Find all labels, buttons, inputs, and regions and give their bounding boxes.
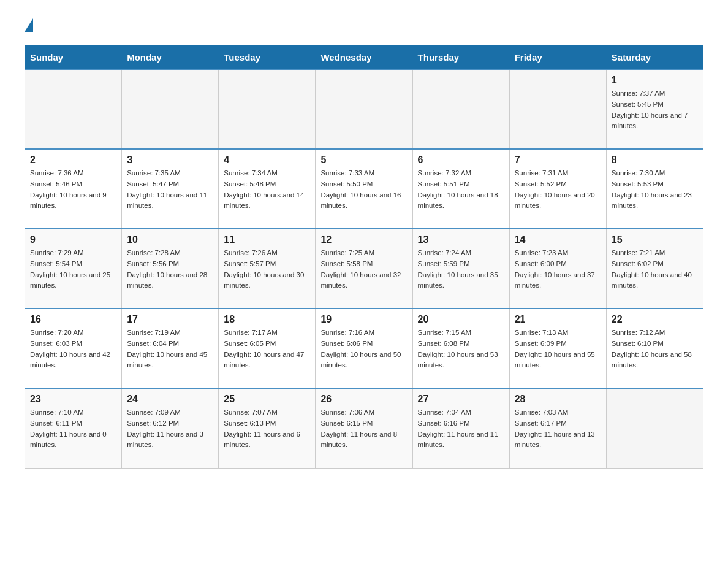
day-number: 27 <box>418 394 504 405</box>
calendar-cell: 7Sunrise: 7:31 AM Sunset: 5:52 PM Daylig… <box>509 149 606 229</box>
day-number: 9 <box>30 234 116 245</box>
week-row-3: 9Sunrise: 7:29 AM Sunset: 5:54 PM Daylig… <box>25 229 703 308</box>
day-number: 6 <box>418 155 504 166</box>
day-info: Sunrise: 7:33 AM Sunset: 5:50 PM Dayligh… <box>320 168 407 212</box>
calendar-cell: 11Sunrise: 7:26 AM Sunset: 5:57 PM Dayli… <box>219 229 316 308</box>
calendar-header-row: SundayMondayTuesdayWednesdayThursdayFrid… <box>25 46 703 70</box>
calendar-cell: 14Sunrise: 7:23 AM Sunset: 6:00 PM Dayli… <box>509 229 606 308</box>
calendar-cell: 10Sunrise: 7:28 AM Sunset: 5:56 PM Dayli… <box>122 229 219 308</box>
logo <box>25 18 33 33</box>
calendar-table: SundayMondayTuesdayWednesdayThursdayFrid… <box>25 45 703 469</box>
week-row-2: 2Sunrise: 7:36 AM Sunset: 5:46 PM Daylig… <box>25 149 703 229</box>
page-header <box>25 18 703 33</box>
day-info: Sunrise: 7:26 AM Sunset: 5:57 PM Dayligh… <box>224 248 310 291</box>
week-row-1: 1Sunrise: 7:37 AM Sunset: 5:45 PM Daylig… <box>25 69 703 149</box>
day-info: Sunrise: 7:31 AM Sunset: 5:52 PM Dayligh… <box>515 168 601 212</box>
day-number: 12 <box>320 234 407 245</box>
calendar-cell: 23Sunrise: 7:10 AM Sunset: 6:11 PM Dayli… <box>25 388 122 468</box>
calendar-cell: 22Sunrise: 7:12 AM Sunset: 6:10 PM Dayli… <box>606 308 703 388</box>
day-info: Sunrise: 7:32 AM Sunset: 5:51 PM Dayligh… <box>418 168 504 212</box>
week-row-5: 23Sunrise: 7:10 AM Sunset: 6:11 PM Dayli… <box>25 388 703 468</box>
day-info: Sunrise: 7:12 AM Sunset: 6:10 PM Dayligh… <box>612 327 698 371</box>
calendar-cell: 12Sunrise: 7:25 AM Sunset: 5:58 PM Dayli… <box>316 229 412 308</box>
day-number: 22 <box>612 314 698 325</box>
day-number: 24 <box>127 394 213 405</box>
day-info: Sunrise: 7:34 AM Sunset: 5:48 PM Dayligh… <box>224 168 310 212</box>
column-header-tuesday: Tuesday <box>219 46 316 70</box>
day-number: 13 <box>418 234 504 245</box>
calendar-cell <box>219 69 316 149</box>
day-number: 20 <box>418 314 504 325</box>
calendar-cell <box>25 69 122 149</box>
calendar-cell <box>412 69 509 149</box>
day-number: 2 <box>30 155 116 166</box>
day-info: Sunrise: 7:24 AM Sunset: 5:59 PM Dayligh… <box>418 248 504 291</box>
day-number: 17 <box>127 314 213 325</box>
calendar-cell: 16Sunrise: 7:20 AM Sunset: 6:03 PM Dayli… <box>25 308 122 388</box>
day-info: Sunrise: 7:23 AM Sunset: 6:00 PM Dayligh… <box>515 248 601 291</box>
calendar-cell <box>122 69 219 149</box>
week-row-4: 16Sunrise: 7:20 AM Sunset: 6:03 PM Dayli… <box>25 308 703 388</box>
day-info: Sunrise: 7:36 AM Sunset: 5:46 PM Dayligh… <box>30 168 116 212</box>
calendar-cell: 8Sunrise: 7:30 AM Sunset: 5:53 PM Daylig… <box>606 149 703 229</box>
calendar-cell: 17Sunrise: 7:19 AM Sunset: 6:04 PM Dayli… <box>122 308 219 388</box>
column-header-wednesday: Wednesday <box>316 46 412 70</box>
day-number: 15 <box>612 234 698 245</box>
day-info: Sunrise: 7:30 AM Sunset: 5:53 PM Dayligh… <box>612 168 698 212</box>
day-info: Sunrise: 7:13 AM Sunset: 6:09 PM Dayligh… <box>515 327 601 371</box>
day-info: Sunrise: 7:16 AM Sunset: 6:06 PM Dayligh… <box>320 327 407 371</box>
calendar-cell: 15Sunrise: 7:21 AM Sunset: 6:02 PM Dayli… <box>606 229 703 308</box>
day-info: Sunrise: 7:21 AM Sunset: 6:02 PM Dayligh… <box>612 248 698 291</box>
calendar-cell: 19Sunrise: 7:16 AM Sunset: 6:06 PM Dayli… <box>316 308 412 388</box>
day-number: 21 <box>515 314 601 325</box>
column-header-thursday: Thursday <box>412 46 509 70</box>
column-header-sunday: Sunday <box>25 46 122 70</box>
day-info: Sunrise: 7:09 AM Sunset: 6:12 PM Dayligh… <box>127 407 213 451</box>
day-number: 26 <box>320 394 407 405</box>
calendar-cell <box>509 69 606 149</box>
day-info: Sunrise: 7:10 AM Sunset: 6:11 PM Dayligh… <box>30 407 116 451</box>
calendar-cell: 21Sunrise: 7:13 AM Sunset: 6:09 PM Dayli… <box>509 308 606 388</box>
day-number: 8 <box>612 155 698 166</box>
calendar-cell: 1Sunrise: 7:37 AM Sunset: 5:45 PM Daylig… <box>606 69 703 149</box>
day-info: Sunrise: 7:19 AM Sunset: 6:04 PM Dayligh… <box>127 327 213 371</box>
calendar-cell: 24Sunrise: 7:09 AM Sunset: 6:12 PM Dayli… <box>122 388 219 468</box>
calendar-cell: 20Sunrise: 7:15 AM Sunset: 6:08 PM Dayli… <box>412 308 509 388</box>
calendar-cell <box>606 388 703 468</box>
day-info: Sunrise: 7:25 AM Sunset: 5:58 PM Dayligh… <box>320 248 407 291</box>
calendar-cell: 9Sunrise: 7:29 AM Sunset: 5:54 PM Daylig… <box>25 229 122 308</box>
day-info: Sunrise: 7:04 AM Sunset: 6:16 PM Dayligh… <box>418 407 504 451</box>
day-number: 25 <box>224 394 310 405</box>
logo-triangle-icon <box>25 18 33 32</box>
day-number: 5 <box>320 155 407 166</box>
calendar-cell: 5Sunrise: 7:33 AM Sunset: 5:50 PM Daylig… <box>316 149 412 229</box>
calendar-cell: 27Sunrise: 7:04 AM Sunset: 6:16 PM Dayli… <box>412 388 509 468</box>
day-info: Sunrise: 7:20 AM Sunset: 6:03 PM Dayligh… <box>30 327 116 371</box>
calendar-cell: 2Sunrise: 7:36 AM Sunset: 5:46 PM Daylig… <box>25 149 122 229</box>
day-info: Sunrise: 7:06 AM Sunset: 6:15 PM Dayligh… <box>320 407 407 451</box>
day-info: Sunrise: 7:28 AM Sunset: 5:56 PM Dayligh… <box>127 248 213 291</box>
day-number: 28 <box>515 394 601 405</box>
day-info: Sunrise: 7:35 AM Sunset: 5:47 PM Dayligh… <box>127 168 213 212</box>
calendar-cell: 3Sunrise: 7:35 AM Sunset: 5:47 PM Daylig… <box>122 149 219 229</box>
calendar-cell: 4Sunrise: 7:34 AM Sunset: 5:48 PM Daylig… <box>219 149 316 229</box>
calendar-cell: 6Sunrise: 7:32 AM Sunset: 5:51 PM Daylig… <box>412 149 509 229</box>
column-header-friday: Friday <box>509 46 606 70</box>
day-number: 14 <box>515 234 601 245</box>
calendar-cell: 25Sunrise: 7:07 AM Sunset: 6:13 PM Dayli… <box>219 388 316 468</box>
day-number: 19 <box>320 314 407 325</box>
day-info: Sunrise: 7:29 AM Sunset: 5:54 PM Dayligh… <box>30 248 116 291</box>
calendar-cell: 13Sunrise: 7:24 AM Sunset: 5:59 PM Dayli… <box>412 229 509 308</box>
column-header-monday: Monday <box>122 46 219 70</box>
calendar-cell: 18Sunrise: 7:17 AM Sunset: 6:05 PM Dayli… <box>219 308 316 388</box>
day-number: 1 <box>612 75 698 86</box>
day-number: 7 <box>515 155 601 166</box>
day-number: 11 <box>224 234 310 245</box>
day-number: 23 <box>30 394 116 405</box>
column-header-saturday: Saturday <box>606 46 703 70</box>
day-info: Sunrise: 7:15 AM Sunset: 6:08 PM Dayligh… <box>418 327 504 371</box>
calendar-cell <box>316 69 412 149</box>
day-info: Sunrise: 7:07 AM Sunset: 6:13 PM Dayligh… <box>224 407 310 451</box>
day-number: 4 <box>224 155 310 166</box>
day-number: 3 <box>127 155 213 166</box>
